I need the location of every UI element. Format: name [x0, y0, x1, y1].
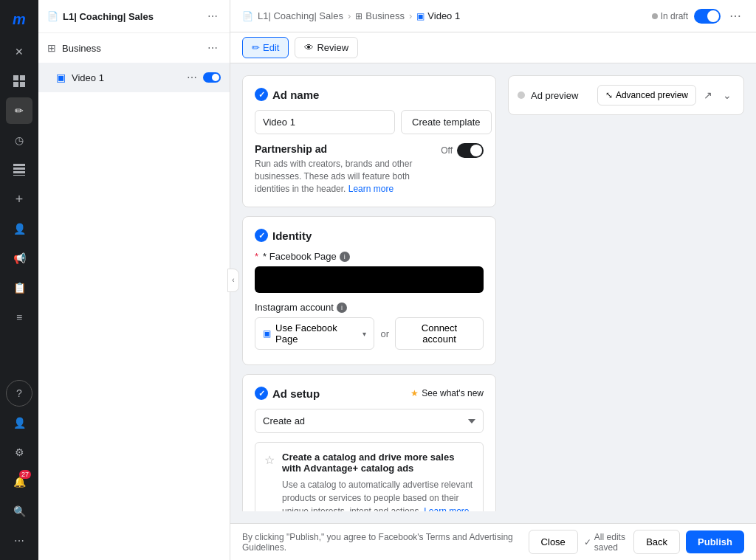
see-whats-new-label: See what's new: [422, 388, 484, 398]
ad-setup-header: ✓ Ad setup ★ See what's new: [255, 387, 484, 400]
partnership-row: Partnership ad Run ads with creators, br…: [255, 143, 484, 195]
table-icon-btn[interactable]: [6, 156, 32, 183]
preview-card: Ad preview ⤡ Advanced preview ↗ ⌄: [508, 75, 744, 115]
more-bottom-icon-btn[interactable]: ⋯: [6, 528, 32, 554]
partnership-title: Partnership ad: [255, 143, 441, 155]
edit-icon-btn[interactable]: ✏: [6, 97, 32, 124]
business-more-btn[interactable]: ⋯: [205, 39, 221, 57]
menu-icon-btn[interactable]: ≡: [6, 304, 32, 331]
sidebar-bottom-items: ? 👤 ⚙ 🔔27 🔍 ⋯: [6, 380, 32, 554]
fb-page-info-icon[interactable]: i: [340, 252, 350, 262]
add-icon-btn[interactable]: +: [6, 186, 32, 212]
breadcrumb: 📄 L1| Coaching| Sales › ⊞ Business › ▣ V…: [242, 10, 460, 21]
search-icon-btn[interactable]: 🔍: [6, 498, 32, 525]
instagram-row: ▣ Use Facebook Page ▾ or Connect account: [255, 317, 484, 350]
breadcrumb-current[interactable]: ▣ Video 1: [416, 10, 460, 21]
fb-page-label-text: * Facebook Page: [263, 251, 337, 262]
close-btn[interactable]: Close: [529, 530, 578, 554]
ad-setup-title: Ad setup: [272, 387, 320, 400]
video1-item-right: ⋯: [184, 69, 221, 86]
ad-name-check: ✓: [255, 88, 268, 101]
edit-toolbar: ✏ Edit 👁 Review: [230, 32, 756, 63]
campaign-title-text: L1| Coaching| Sales: [63, 11, 154, 22]
create-ad-select[interactable]: Create ad Use existing post: [255, 409, 484, 433]
identity-card: ✓ Identity * * Facebook Page i Instagram…: [242, 216, 496, 365]
fb-page-select-text: Use Facebook Page: [275, 322, 358, 345]
catalog-promo-desc: Use a catalog to automatically advertise…: [282, 478, 474, 511]
svg-rect-2: [13, 82, 18, 87]
back-btn[interactable]: Back: [633, 530, 680, 554]
megaphone-icon-btn[interactable]: 📢: [6, 245, 32, 272]
edit-tab-btn[interactable]: ✏ Edit: [242, 37, 289, 58]
ad-name-card: ✓ Ad name Create template Partnership ad…: [242, 75, 496, 207]
breadcrumb-business-text: Business: [365, 10, 405, 21]
help-icon-btn[interactable]: ?: [6, 380, 32, 407]
business-item-left: ⊞ Business: [47, 42, 101, 54]
advanced-preview-icon: ⤡: [605, 90, 613, 100]
user-icon-btn[interactable]: 👤: [6, 215, 32, 242]
breadcrumb-campaign[interactable]: L1| Coaching| Sales: [258, 10, 343, 21]
partnership-toggle[interactable]: [457, 143, 484, 158]
saved-check-icon: ✓: [584, 537, 591, 547]
partnership-right: Off: [441, 143, 484, 158]
identity-title: Identity: [272, 229, 312, 242]
required-star: *: [255, 251, 258, 262]
clock-icon-btn[interactable]: ◷: [6, 127, 32, 153]
panel-more-btn[interactable]: ⋯: [205, 7, 221, 25]
collapse-handle[interactable]: ‹: [227, 269, 239, 292]
campaign-icon: 📄: [47, 11, 58, 21]
publish-btn[interactable]: Publish: [686, 530, 744, 553]
grid-icon-btn[interactable]: [6, 68, 32, 94]
bottom-bar: By clicking "Publish," you agree to Face…: [230, 523, 756, 560]
close-sidebar-btn[interactable]: ✕: [6, 38, 32, 65]
breadcrumb-business[interactable]: ⊞ Business: [355, 10, 405, 21]
instagram-info-icon[interactable]: i: [337, 303, 347, 313]
instagram-label: Instagram account i: [255, 302, 484, 313]
advanced-preview-btn[interactable]: ⤡ Advanced preview: [597, 85, 696, 106]
ad-name-title: Ad name: [272, 89, 319, 101]
video1-more-btn[interactable]: ⋯: [184, 69, 200, 86]
preview-left: Ad preview: [518, 90, 578, 101]
video1-item-left: ▣ Video 1: [56, 72, 104, 83]
preview-more-btn[interactable]: ⌄: [720, 86, 735, 104]
edit-tab-label: Edit: [263, 42, 279, 53]
partnership-desc: Run ads with creators, brands and other …: [255, 158, 441, 195]
create-template-btn[interactable]: Create template: [401, 110, 492, 134]
notifications-icon-btn[interactable]: 🔔27: [6, 469, 32, 495]
business-item-right: ⋯: [205, 39, 221, 57]
catalog-learn-more[interactable]: Learn more: [424, 506, 469, 511]
breadcrumb-page-icon[interactable]: 📄: [242, 11, 253, 21]
video1-icon: ▣: [56, 72, 66, 83]
business-item[interactable]: ⊞ Business ⋯: [38, 33, 230, 63]
svg-rect-6: [13, 171, 25, 173]
video1-item[interactable]: ▣ Video 1 ⋯: [38, 63, 230, 92]
review-tab-btn[interactable]: 👁 Review: [295, 37, 358, 58]
settings-icon-btn[interactable]: ⚙: [6, 439, 32, 466]
top-bar-right: In draft ⋯: [652, 6, 744, 26]
saved-status: ✓ All edits saved: [584, 532, 628, 553]
main-content: 📄 L1| Coaching| Sales › ⊞ Business › ▣ V…: [230, 0, 756, 560]
use-fb-page-select[interactable]: ▣ Use Facebook Page ▾: [255, 317, 374, 350]
profile-icon-btn[interactable]: 👤: [6, 409, 32, 436]
saved-text: All edits saved: [594, 532, 628, 553]
fb-page-field[interactable]: [255, 266, 484, 293]
preview-share-btn[interactable]: ↗: [701, 86, 715, 104]
star-icon: ★: [410, 388, 419, 398]
see-whats-new-btn[interactable]: ★ See what's new: [410, 388, 484, 398]
select-arrow-icon: ▾: [362, 330, 366, 338]
draft-toggle[interactable]: [694, 9, 721, 24]
video1-toggle[interactable]: [203, 72, 221, 83]
svg-rect-0: [13, 75, 18, 80]
svg-rect-5: [13, 167, 25, 170]
partnership-learn-more[interactable]: Learn more: [348, 184, 394, 194]
top-bar-more-btn[interactable]: ⋯: [726, 6, 744, 26]
report-icon-btn[interactable]: 📋: [6, 274, 32, 301]
content-area: ✓ Ad name Create template Partnership ad…: [230, 63, 756, 523]
svg-rect-4: [13, 164, 25, 166]
catalog-promo: ☆ Create a catalog and drive more sales …: [255, 442, 484, 511]
bottom-bar-left: By clicking "Publish," you agree to Face…: [242, 532, 529, 553]
connect-account-btn[interactable]: Connect account: [395, 317, 484, 350]
breadcrumb-business-icon: ⊞: [355, 11, 362, 21]
meta-logo[interactable]: m: [6, 6, 32, 32]
ad-name-input[interactable]: [255, 110, 395, 134]
